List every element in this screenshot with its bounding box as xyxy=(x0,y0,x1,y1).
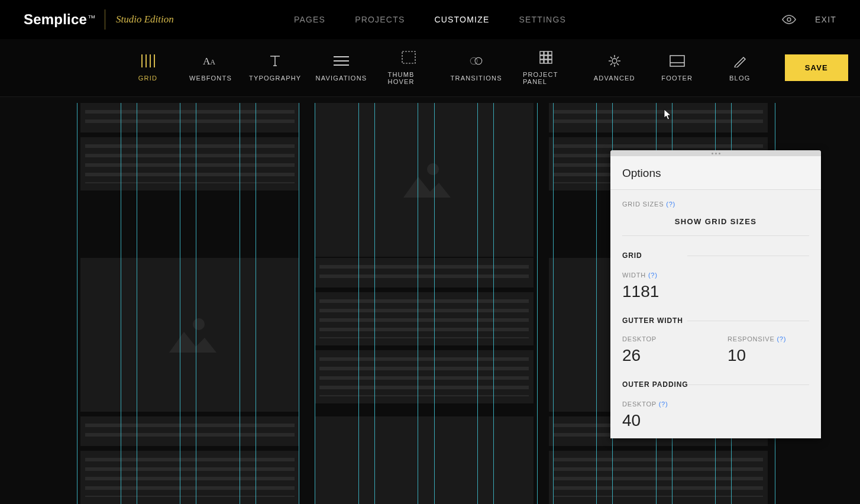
help-link[interactable]: (?) xyxy=(659,400,668,408)
preview-eye-icon[interactable] xyxy=(782,12,796,27)
subnav-project-panel[interactable]: PROJECT PANEL xyxy=(523,51,570,85)
options-panel: Options GRID SIZES (?) SHOW GRID SIZES G… xyxy=(610,150,821,438)
svg-point-0 xyxy=(787,18,791,21)
svg-rect-24 xyxy=(548,60,552,63)
subnav-transitions[interactable]: TRANSITIONS xyxy=(457,54,495,82)
subnav-label: TYPOGRAPHY xyxy=(249,75,301,82)
content-block[interactable] xyxy=(80,451,299,504)
subnav-label: ADVANCED xyxy=(594,75,635,82)
subnav-label: TRANSITIONS xyxy=(451,75,502,82)
subnav-thumb-hover[interactable]: THUMB HOVER xyxy=(388,51,430,85)
subnav-label: PROJECT PANEL xyxy=(523,71,570,85)
content-block[interactable] xyxy=(315,292,534,345)
svg-rect-34 xyxy=(670,56,684,66)
content-block-image[interactable] xyxy=(315,103,534,257)
content-block[interactable] xyxy=(315,258,534,287)
thumb-icon xyxy=(401,51,416,64)
logo[interactable]: SempliceTM xyxy=(24,11,94,28)
blog-icon xyxy=(732,54,748,67)
gutter-responsive-label: RESPONSIVE (?) xyxy=(728,335,809,343)
nav-right: EXIT xyxy=(782,12,836,27)
logo-edition: Studio Edition xyxy=(116,14,174,25)
subnav-footer[interactable]: FOOTER xyxy=(659,54,695,82)
gutter-responsive-input[interactable]: 10 xyxy=(728,346,809,365)
svg-text:A: A xyxy=(203,56,211,67)
nav-projects[interactable]: PROJECTS xyxy=(355,15,405,24)
footer-icon xyxy=(670,54,685,67)
show-grid-sizes-button[interactable]: SHOW GRID SIZES xyxy=(622,211,809,236)
width-input[interactable]: 1181 xyxy=(622,282,809,301)
outer-padding-section-header: OUTER PADDING xyxy=(622,380,809,389)
content-block[interactable] xyxy=(549,451,768,504)
svg-line-33 xyxy=(617,57,619,59)
svg-rect-17 xyxy=(544,51,548,55)
logo-group: SempliceTM Studio Edition xyxy=(24,9,174,30)
svg-marker-37 xyxy=(403,177,451,198)
transitions-icon xyxy=(468,54,484,67)
subnav-label: NAVIGATIONS xyxy=(316,75,367,82)
subnav-webfonts[interactable]: AA WEBFONTS xyxy=(193,54,228,82)
svg-marker-39 xyxy=(169,332,216,353)
exit-link[interactable]: EXIT xyxy=(815,15,836,24)
subnav-label: THUMB HOVER xyxy=(388,71,430,85)
svg-point-36 xyxy=(427,163,439,175)
svg-point-25 xyxy=(612,59,617,63)
grid-icon xyxy=(140,54,156,67)
subnav-label: BLOG xyxy=(729,75,750,82)
logo-text: Semplice xyxy=(24,11,87,27)
subnav-label: FOOTER xyxy=(661,75,693,82)
content-block[interactable] xyxy=(549,103,768,133)
logo-tm: TM xyxy=(88,14,95,20)
svg-rect-23 xyxy=(544,60,548,63)
help-link[interactable]: (?) xyxy=(777,335,786,343)
customize-subnav: GRID AA WEBFONTS TYPOGRAPHY NAVIGATIONS … xyxy=(0,39,860,97)
svg-rect-18 xyxy=(548,51,552,55)
svg-rect-16 xyxy=(540,51,544,55)
save-button[interactable]: SAVE xyxy=(785,54,848,81)
nav-pages[interactable]: PAGES xyxy=(294,15,325,24)
subnav-blog[interactable]: BLOG xyxy=(722,54,758,82)
gutter-desktop-input[interactable]: 26 xyxy=(622,346,704,365)
content-block-image[interactable] xyxy=(80,258,299,412)
outer-padding-desktop-label: DESKTOP (?) xyxy=(622,400,809,408)
width-label: WIDTH (?) xyxy=(622,272,809,279)
subnav-label: GRID xyxy=(138,75,157,82)
content-block-image[interactable] xyxy=(315,416,534,504)
nav-icon xyxy=(334,54,349,67)
grid-section-header: GRID xyxy=(622,251,809,260)
svg-line-32 xyxy=(610,63,612,65)
subnav-grid[interactable]: GRID xyxy=(130,54,166,82)
help-link[interactable]: (?) xyxy=(648,272,658,279)
panel-title: Options xyxy=(610,156,821,190)
nav-settings[interactable]: SETTINGS xyxy=(519,15,566,24)
content-block[interactable] xyxy=(80,416,299,446)
grid-sizes-label: GRID SIZES (?) xyxy=(622,201,809,208)
svg-line-31 xyxy=(617,63,619,65)
svg-rect-22 xyxy=(540,60,544,63)
logo-divider xyxy=(105,9,105,30)
svg-point-38 xyxy=(193,318,205,330)
mouse-cursor-icon xyxy=(664,109,672,121)
nav-customize[interactable]: CUSTOMIZE xyxy=(434,15,489,24)
content-block[interactable] xyxy=(80,103,299,133)
advanced-icon xyxy=(607,54,622,67)
type-icon xyxy=(267,54,283,67)
subnav-typography[interactable]: TYPOGRAPHY xyxy=(256,54,295,82)
help-link[interactable]: (?) xyxy=(666,201,675,208)
svg-rect-13 xyxy=(402,51,415,63)
svg-line-30 xyxy=(610,57,612,59)
svg-rect-21 xyxy=(548,56,552,59)
content-block[interactable] xyxy=(315,350,534,403)
subnav-label: WEBFONTS xyxy=(189,75,232,82)
subnav-advanced[interactable]: ADVANCED xyxy=(597,54,632,82)
subnav-navigations[interactable]: NAVIGATIONS xyxy=(322,54,360,82)
panel-drag-handle[interactable] xyxy=(610,150,821,156)
gutter-section-header: GUTTER WIDTH xyxy=(622,316,809,325)
content-block[interactable] xyxy=(80,137,299,190)
svg-text:A: A xyxy=(210,58,215,66)
svg-rect-20 xyxy=(544,56,548,59)
panel-icon xyxy=(538,51,554,64)
gutter-desktop-label: DESKTOP xyxy=(622,335,704,343)
outer-padding-desktop-input[interactable]: 40 xyxy=(622,411,809,430)
top-header: SempliceTM Studio Edition PAGES PROJECTS… xyxy=(0,0,860,39)
